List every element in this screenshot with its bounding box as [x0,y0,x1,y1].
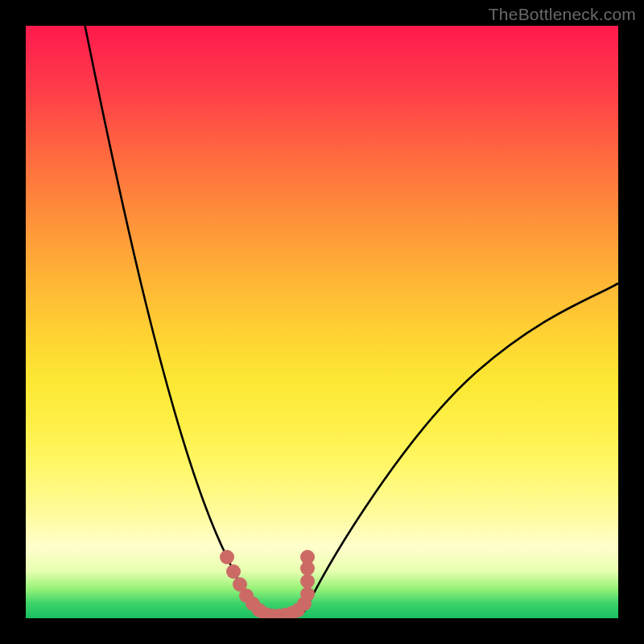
bottleneck-curve-svg [26,26,618,618]
svg-point-16 [300,550,315,564]
svg-point-13 [300,587,315,601]
bottleneck-curve [85,26,618,617]
svg-point-1 [226,564,241,579]
watermark-text: TheBottleneck.com [489,5,636,24]
chart-frame: TheBottleneck.com [0,0,644,644]
svg-point-14 [300,574,315,588]
plot-area [26,26,618,618]
highlight-dots [220,550,315,618]
svg-point-0 [220,550,234,564]
